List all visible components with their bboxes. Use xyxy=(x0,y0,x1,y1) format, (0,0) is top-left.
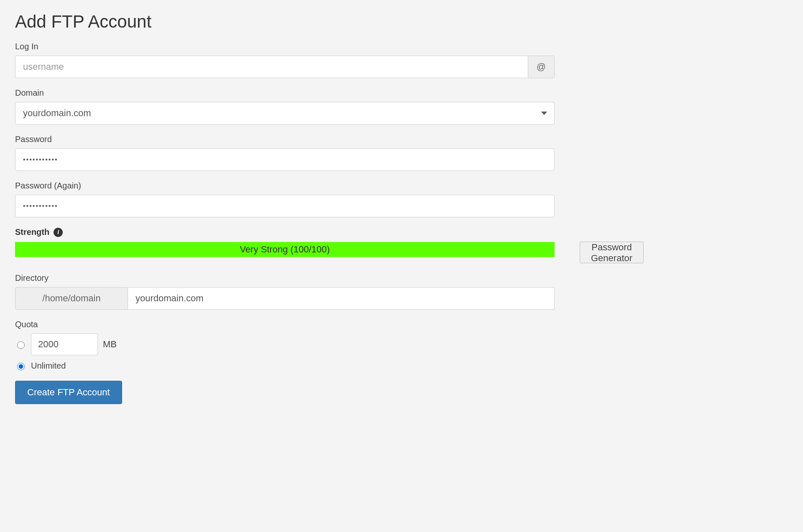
password-label: Password xyxy=(15,135,555,144)
quota-size-input[interactable] xyxy=(31,333,98,355)
page-title: Add FTP Account xyxy=(15,12,559,32)
strength-meter: Very Strong (100/100) xyxy=(15,242,555,257)
directory-input[interactable] xyxy=(128,287,555,310)
domain-label: Domain xyxy=(15,88,555,98)
password-again-label: Password (Again) xyxy=(15,181,555,191)
password-generator-button[interactable]: Password Generator xyxy=(580,242,644,263)
quota-unlimited-label: Unlimited xyxy=(31,361,66,371)
quota-label: Quota xyxy=(15,320,555,329)
at-addon: @ xyxy=(528,56,555,78)
quota-unit: MB xyxy=(103,339,117,350)
directory-label: Directory xyxy=(15,273,555,283)
info-icon[interactable]: i xyxy=(54,228,63,237)
password-again-input[interactable] xyxy=(15,195,555,217)
login-label: Log In xyxy=(15,42,555,51)
quota-size-radio[interactable] xyxy=(17,341,25,349)
login-input[interactable] xyxy=(15,56,528,78)
password-input[interactable] xyxy=(15,148,555,171)
domain-select[interactable]: yourdomain.com xyxy=(15,102,555,125)
create-ftp-account-button[interactable]: Create FTP Account xyxy=(15,381,122,404)
strength-label: Strength xyxy=(15,227,49,237)
directory-prefix: /home/domain xyxy=(15,287,128,310)
quota-unlimited-radio[interactable] xyxy=(17,363,25,370)
